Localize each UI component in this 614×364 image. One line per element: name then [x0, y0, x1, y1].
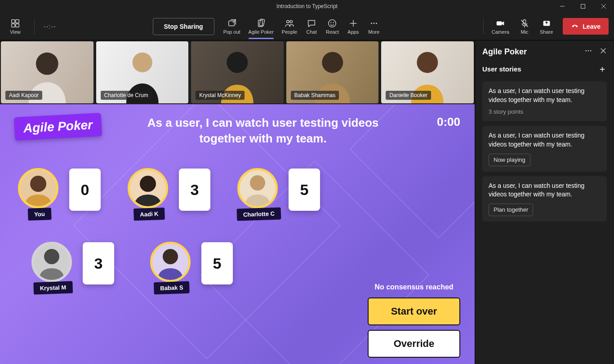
panel-title: Agile Poker: [482, 47, 527, 57]
chat-button[interactable]: Chat: [302, 17, 321, 36]
svg-point-28: [227, 52, 248, 73]
people-button[interactable]: People: [278, 17, 301, 36]
avatar: [128, 168, 168, 209]
mic-muted-icon: [520, 18, 529, 28]
panel-section-title: User stories: [482, 65, 521, 73]
svg-point-15: [334, 22, 334, 22]
more-button[interactable]: More: [364, 17, 384, 36]
svg-point-34: [140, 176, 156, 192]
participant-strip: Aadi Kapoor Charlotte de Crum Krystal Mc…: [0, 40, 475, 104]
svg-point-36: [250, 175, 265, 191]
participant-tile[interactable]: Aadi Kapoor: [1, 41, 93, 103]
story-points: 3 story points: [489, 108, 601, 116]
story-text: As a user, I can watch user testing vide…: [489, 182, 601, 199]
svg-rect-7: [16, 23, 19, 27]
view-label: View: [10, 29, 21, 35]
phone-down-icon: [571, 22, 579, 31]
stop-sharing-button[interactable]: Stop Sharing: [153, 18, 214, 35]
vote-slot: Charlotte C 5: [237, 168, 320, 211]
cards-icon: [256, 18, 266, 28]
svg-point-38: [44, 249, 59, 264]
vote-card: 5: [201, 242, 233, 284]
grid-icon: [10, 18, 20, 28]
vote-name: Krystal M: [33, 281, 72, 295]
override-button[interactable]: Override: [368, 330, 460, 358]
vote-slot: Babak S 5: [150, 242, 233, 285]
participant-tile[interactable]: Krystal McKinney: [191, 41, 284, 103]
svg-point-32: [30, 176, 46, 192]
share-icon: [542, 18, 552, 28]
svg-point-19: [373, 22, 374, 24]
svg-point-12: [290, 20, 293, 23]
vote-card: 5: [289, 169, 320, 211]
add-story-button[interactable]: ＋: [598, 63, 607, 75]
story-badge: Plan together: [489, 204, 533, 216]
share-button[interactable]: Share: [536, 17, 556, 36]
avatar: [237, 168, 278, 209]
ellipsis-icon: [369, 18, 379, 28]
start-over-button[interactable]: Start over: [368, 297, 460, 325]
app-brand-chip: Agile Poker: [14, 113, 102, 141]
story-card[interactable]: As a user, I can watch user testing vide…: [482, 176, 607, 222]
vote-slot: You 0: [18, 168, 101, 211]
divider: [34, 19, 35, 34]
agile-poker-stage: Agile Poker As a user, I can watch user …: [0, 104, 475, 364]
window-controls: [552, 0, 614, 13]
participant-name: Krystal McKinney: [196, 91, 245, 100]
participant-tile[interactable]: Danielle Booker: [381, 41, 474, 103]
window-titlebar: Introduction to TypeScript: [0, 0, 614, 13]
avatar: [31, 242, 72, 282]
vote-slot: Krystal M 3: [31, 242, 114, 285]
mic-button[interactable]: Mic: [515, 17, 534, 36]
meeting-toolbar: View --:-- Stop Sharing Pop out Agile Po…: [0, 13, 614, 40]
story-text: As a user, I can watch user testing vide…: [489, 131, 601, 149]
svg-point-29: [322, 52, 343, 73]
svg-point-43: [590, 50, 592, 52]
svg-point-26: [36, 53, 58, 75]
participant-tile[interactable]: Babak Shammas: [286, 41, 379, 103]
react-button[interactable]: React: [322, 17, 343, 36]
camera-icon: [495, 18, 505, 28]
svg-point-13: [329, 19, 336, 27]
maximize-button[interactable]: [573, 0, 593, 13]
participant-tile[interactable]: Charlotte de Crum: [96, 41, 189, 103]
svg-rect-6: [12, 23, 15, 27]
view-button[interactable]: View: [5, 17, 25, 36]
camera-button[interactable]: Camera: [488, 17, 513, 36]
participant-name: Babak Shammas: [291, 91, 339, 100]
svg-point-41: [585, 50, 587, 52]
vote-slot: Aadi K 3: [128, 168, 210, 211]
svg-point-40: [163, 249, 178, 264]
story-badge: Now playing: [489, 154, 530, 166]
agile-poker-tab[interactable]: Agile Poker: [245, 17, 277, 36]
leave-button[interactable]: Leave: [563, 18, 609, 35]
story-card[interactable]: As a user, I can watch user testing vide…: [482, 81, 607, 121]
window-title: Introduction to TypeScript: [276, 3, 338, 9]
minimize-button[interactable]: [552, 0, 573, 13]
svg-point-11: [287, 20, 289, 23]
vote-card: 3: [179, 169, 210, 211]
svg-point-18: [371, 22, 372, 24]
consensus-status: No consensus reached: [374, 283, 453, 291]
panel-more-icon[interactable]: [584, 47, 592, 57]
participant-name: Danielle Booker: [386, 91, 431, 100]
call-timer: --:--: [44, 23, 56, 30]
svg-point-30: [417, 52, 438, 73]
story-card[interactable]: As a user, I can watch user testing vide…: [482, 126, 607, 171]
avatar: [18, 168, 58, 209]
vote-card: 0: [69, 169, 101, 211]
story-text: As a user, I can watch user testing vide…: [489, 87, 601, 104]
popout-button[interactable]: Pop out: [220, 17, 244, 36]
close-button[interactable]: [593, 0, 614, 13]
side-panel: Agile Poker User stories ＋ As a user, I …: [475, 40, 614, 364]
apps-button[interactable]: Apps: [343, 17, 363, 36]
current-story-text: As a user, I can watch user testing vide…: [119, 115, 407, 146]
svg-rect-21: [497, 21, 502, 25]
vote-name: You: [28, 208, 52, 221]
vote-name: Aadi K: [133, 208, 165, 221]
panel-close-icon[interactable]: [600, 47, 607, 56]
chat-icon: [307, 18, 316, 28]
svg-point-14: [331, 22, 331, 22]
participant-name: Aadi Kapoor: [5, 91, 42, 100]
plus-icon: [348, 18, 358, 28]
